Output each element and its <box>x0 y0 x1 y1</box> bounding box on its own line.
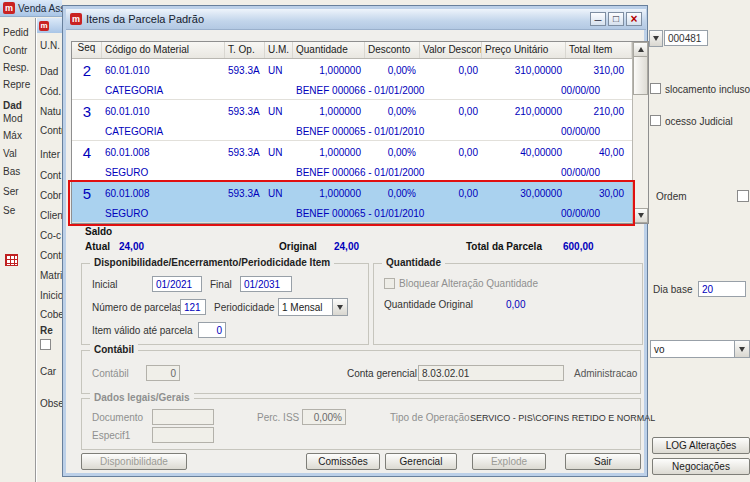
row-um: UN <box>265 188 293 199</box>
scroll-down-button[interactable] <box>633 208 648 223</box>
row-total: 310,00 <box>566 65 632 76</box>
field-label-contrato: Contr <box>3 45 27 56</box>
row-quantidade: 1,000000 <box>293 188 365 199</box>
field-label-max: Máx <box>3 130 22 141</box>
row-beneficio: BENEF 000066 - 01/01/2000 <box>293 167 482 178</box>
row-preco: 310,00000 <box>482 65 566 76</box>
comissoes-button[interactable]: Comissões <box>306 453 380 470</box>
row-preco: 40,00000 <box>482 147 566 158</box>
field-label-inter: Inter <box>40 149 60 160</box>
inicial-input[interactable]: 01/2021 <box>152 276 202 292</box>
gerencial-button[interactable]: Gerencial <box>385 453 457 470</box>
deslocamento-checkbox[interactable] <box>650 83 661 94</box>
parcelas-input[interactable]: 121 <box>180 299 206 315</box>
column-header-valor-desconto[interactable]: Valor Desconto <box>420 42 482 58</box>
row-seq: 2 <box>72 62 102 79</box>
final-input[interactable]: 01/2031 <box>240 276 292 292</box>
dados-legais-group: Dados legais/Gerais Documento Perc. ISS … <box>81 398 641 450</box>
app-icon <box>70 13 82 25</box>
quantidade-original-value: 0,00 <box>506 299 525 310</box>
sair-button[interactable]: Sair <box>565 453 641 470</box>
dialog-titlebar[interactable]: Itens da Parcela Padrão <box>66 9 646 30</box>
row-beneficio: BENEF 000066 - 01/01/2000 <box>293 85 482 96</box>
row-preco: 30,00000 <box>482 188 566 199</box>
column-header-seq[interactable]: Seq <box>72 42 102 58</box>
scrollbar-thumb[interactable] <box>633 57 648 95</box>
table-row[interactable]: 4 60.01.008 593.3A UN 1,000000 0,00% 0,0… <box>72 141 632 182</box>
row-desconto: 0,00% <box>365 106 420 117</box>
contabil-label: Contábil <box>92 368 129 379</box>
table-row[interactable]: 2 60.01.010 593.3A UN 1,000000 0,00% 0,0… <box>72 59 632 100</box>
chevron-down-icon <box>734 341 749 357</box>
app-icon <box>39 21 49 31</box>
chevron-down-icon <box>332 299 347 315</box>
saldo-total-value: 600,00 <box>563 241 594 252</box>
quantidade-group: Quantidade Bloquear Alteração Quantidade… <box>373 263 643 345</box>
processo-judicial-checkbox[interactable] <box>650 115 661 126</box>
background-checkbox[interactable] <box>40 339 51 350</box>
row-descricao: SEGURO <box>102 208 293 219</box>
table-row-selected[interactable]: 5 60.01.008 593.3A UN 1,000000 0,00% 0,0… <box>72 182 632 223</box>
field-label-clien: Clien <box>40 210 63 221</box>
column-header-preco[interactable]: Preço Unitário <box>482 42 566 58</box>
field-label-mod: Mod <box>3 113 22 124</box>
tipo-operacao-value: SERVICO - PIS\COFINS RETIDO E NORMAL <box>470 413 655 423</box>
item-valido-label: Item válido até parcela <box>92 325 198 336</box>
items-grid: Seq Código do Material T. Op. U.M. Quant… <box>71 41 649 224</box>
dia-base-input[interactable]: 20 <box>698 281 746 297</box>
dialog-title: Itens da Parcela Padrão <box>86 13 204 25</box>
field-label-obse: Obse <box>40 398 64 409</box>
item-valido-input[interactable]: 0 <box>198 322 226 338</box>
row-valor-desconto: 0,00 <box>420 147 482 158</box>
ordem-checkbox[interactable] <box>737 190 749 202</box>
processo-judicial-label: ocesso Judicial <box>665 116 733 127</box>
field-label-resp: Resp. <box>3 62 29 73</box>
status-select[interactable]: vo <box>650 340 750 358</box>
column-header-codigo[interactable]: Código do Material <box>102 42 225 58</box>
numero-field[interactable]: 000481 <box>664 30 708 46</box>
row-codigo: 60.01.008 <box>102 188 225 199</box>
field-label-pedido: Pedid <box>3 27 29 38</box>
column-header-desconto[interactable]: Desconto <box>365 42 420 58</box>
deslocamento-label: slocamento incluso <box>665 84 750 95</box>
row-top: 593.3A <box>225 147 265 158</box>
perc-iss-input: 0,00% <box>302 409 346 425</box>
chevron-down-icon[interactable] <box>649 30 663 47</box>
row-data: 00/00/00 <box>482 167 632 178</box>
scroll-up-icon <box>638 47 644 52</box>
row-codigo: 60.01.010 <box>102 106 225 117</box>
scroll-up-button[interactable] <box>633 42 648 57</box>
background-window-title: Venda Assistencial <box>18 3 62 14</box>
negociacoes-button[interactable]: Negociações <box>652 458 750 475</box>
grid-scrollbar[interactable] <box>632 42 648 223</box>
conta-gerencial-label: Conta gerencial <box>347 368 417 379</box>
field-label-dad: Dad <box>40 66 58 77</box>
field-label-cod: Cód. <box>40 86 61 97</box>
minimize-button[interactable] <box>590 12 606 26</box>
column-header-total[interactable]: Total Item <box>566 42 632 58</box>
field-label-val: Val <box>3 148 17 159</box>
dia-base-label: Dia base <box>653 284 692 295</box>
row-seq: 4 <box>72 144 102 161</box>
field-label-cont: Cont <box>40 170 61 181</box>
especif-input <box>152 427 214 443</box>
especif-label: Especif1 <box>92 430 130 441</box>
quantidade-group-title: Quantidade <box>382 257 445 268</box>
row-total: 210,00 <box>566 106 632 117</box>
periodicidade-select[interactable]: 1 Mensal <box>278 298 348 316</box>
column-header-top[interactable]: T. Op. <box>225 42 265 58</box>
column-header-quantidade[interactable]: Quantidade <box>293 42 365 58</box>
log-alteracoes-button[interactable]: LOG Alterações <box>652 437 750 454</box>
table-row[interactable]: 3 60.01.010 593.3A UN 1,000000 0,00% 0,0… <box>72 100 632 141</box>
row-valor-desconto: 0,00 <box>420 106 482 117</box>
maximize-button[interactable] <box>608 12 624 26</box>
saldo-original-value: 24,00 <box>334 241 359 252</box>
scroll-down-icon <box>638 213 644 218</box>
row-quantidade: 1,000000 <box>293 65 365 76</box>
column-header-um[interactable]: U.M. <box>265 42 293 58</box>
close-button[interactable] <box>626 12 642 26</box>
minimize-icon <box>595 14 602 24</box>
row-descricao: CATEGORIA <box>102 85 293 96</box>
contabil-group-title: Contábil <box>90 344 138 355</box>
row-beneficio: BENEF 000065 - 01/01/2010 <box>293 208 482 219</box>
